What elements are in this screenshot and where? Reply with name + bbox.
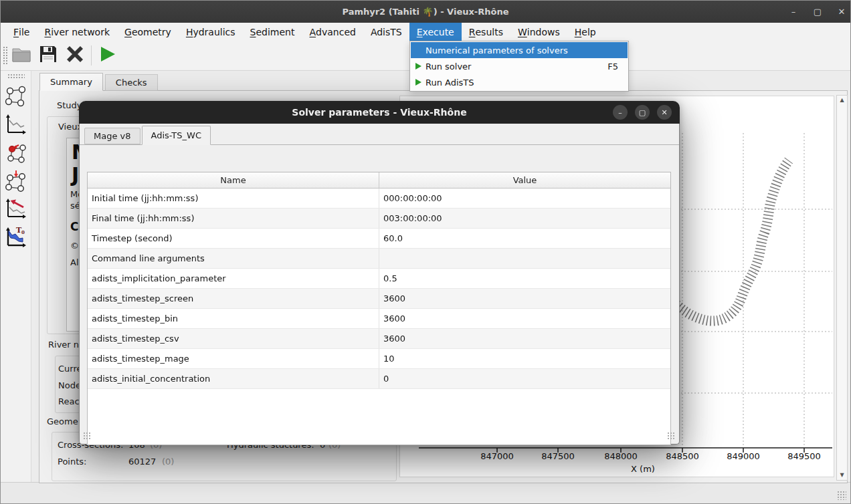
parameters-table: Name Value Initial time (jj:hh:mm:ss)000… — [87, 172, 671, 445]
longitudinal-profile-button[interactable] — [3, 112, 29, 139]
network-insert-button[interactable] — [3, 168, 29, 195]
param-value-cell[interactable] — [379, 249, 670, 268]
maximize-button[interactable]: ▢ — [813, 7, 822, 17]
save-button[interactable] — [35, 43, 62, 68]
param-name-cell[interactable]: adists_implicitation_parameter — [88, 269, 379, 288]
param-name-cell[interactable]: Timestep (second) — [88, 229, 379, 248]
menu-option-label: Run solver — [426, 61, 471, 72]
network-source-node-button[interactable] — [3, 140, 29, 167]
param-name-cell[interactable]: Initial time (jj:hh:mm:ss) — [88, 188, 379, 208]
param-name-cell[interactable]: adists_initial_concentration — [88, 369, 379, 388]
menu-advanced[interactable]: Advanced — [302, 23, 363, 41]
plot-vertical-scrollbar[interactable]: ▲ ▼ — [836, 95, 848, 481]
menu-results[interactable]: Results — [462, 23, 510, 41]
param-value-cell[interactable]: 003:00:00:00 — [379, 209, 670, 228]
study-group-label: Study — [57, 100, 82, 110]
menu-sediment[interactable]: Sediment — [243, 23, 302, 41]
x-tick-label: 848500 — [666, 451, 699, 461]
menu-river-network[interactable]: River network — [37, 23, 117, 41]
window-title: Pamhyr2 (Tahiti 🌴) - Vieux-Rhône — [342, 7, 508, 17]
column-header-name[interactable]: Name — [88, 172, 379, 188]
param-value-cell[interactable]: 000:00:00:00 — [379, 188, 670, 208]
x-tick-label: 849000 — [727, 451, 760, 461]
table-row-adists-timestep-screen: adists_timestep_screen3600 — [88, 289, 670, 309]
table-header: Name Value — [88, 172, 670, 188]
menu-option-run-solver[interactable]: Run solverF5 — [411, 58, 628, 74]
minimize-button[interactable]: – — [789, 7, 798, 17]
table-row-adists-timestep-mage: adists_timestep_mage10 — [88, 349, 670, 369]
param-value-cell[interactable]: 10 — [379, 349, 670, 368]
dialog-body: Mage v8 Adis-TS_WC Name Value Initial ti… — [79, 124, 680, 445]
initial-conditions-t0-icon: T 0 — [4, 225, 28, 251]
run-solver-button[interactable] — [94, 43, 121, 68]
x-tick-label: 849500 — [787, 451, 821, 461]
param-value-cell[interactable]: 0.5 — [379, 269, 670, 288]
dialog-titlebar[interactable]: Solver parameters - Vieux-Rhône – ▢ ✕ — [79, 101, 680, 124]
left-toolbar-drag-handle[interactable] — [7, 74, 25, 79]
geometry-group-label: Geome — [47, 416, 78, 426]
menu-option-numerical-parameters-of-solvers[interactable]: Numerical parameters of solvers — [411, 42, 628, 58]
tab-checks[interactable]: Checks — [105, 74, 158, 91]
x-tick-label: 847000 — [480, 451, 514, 461]
menu-hydraulics[interactable]: Hydraulics — [179, 23, 243, 41]
dialog-resize-grip-left[interactable] — [83, 432, 92, 440]
initial-conditions-t0-button[interactable]: T 0 — [3, 225, 29, 251]
window-controls: – ▢ ✕ — [789, 1, 846, 23]
close-button[interactable]: ✕ — [837, 7, 846, 17]
window-titlebar: Pamhyr2 (Tahiti 🌴) - Vieux-Rhône – ▢ ✕ — [1, 1, 850, 23]
close-model-button[interactable] — [62, 43, 88, 68]
tab-mage-v8[interactable]: Mage v8 — [84, 128, 140, 144]
dialog-maximize-button[interactable]: ▢ — [635, 105, 650, 120]
param-name-cell[interactable]: adists_timestep_screen — [88, 289, 379, 308]
menu-help[interactable]: Help — [567, 23, 603, 41]
open-folder-icon — [11, 45, 31, 66]
table-row-adists-timestep-csv: adists_timestep_csv3600 — [88, 329, 670, 349]
menu-execute[interactable]: Execute — [409, 23, 462, 41]
tab-summary[interactable]: Summary — [39, 73, 103, 91]
pamhyr2-window: { "window": { "title": "Pamhyr2 (Tahiti … — [0, 0, 851, 504]
profile-upstream-arrow-button[interactable] — [3, 197, 29, 223]
param-name-cell[interactable]: adists_timestep_bin — [88, 309, 379, 328]
river-cross-sections-band — [662, 160, 789, 321]
scroll-up-icon[interactable]: ▲ — [840, 96, 844, 105]
left-toolbar: T 0 — [1, 71, 31, 503]
param-name-cell[interactable]: Command line arguments — [88, 249, 379, 268]
stat-points-extra: (0) — [162, 457, 174, 467]
param-value-cell[interactable]: 60.0 — [379, 229, 670, 248]
dialog-minimize-button[interactable]: – — [613, 105, 628, 120]
resize-grip[interactable] — [837, 491, 846, 500]
param-value-cell[interactable]: 3600 — [379, 289, 670, 308]
menu-adists[interactable]: AdisTS — [363, 23, 409, 41]
run-icon — [411, 62, 426, 70]
dialog-close-button[interactable]: ✕ — [657, 105, 672, 120]
param-name-cell[interactable]: adists_timestep_mage — [88, 349, 379, 368]
menu-geometry[interactable]: Geometry — [117, 23, 179, 41]
param-value-cell[interactable]: 3600 — [379, 329, 670, 348]
menu-windows[interactable]: Windows — [510, 23, 567, 41]
menu-file[interactable]: File — [6, 23, 37, 41]
param-value-cell[interactable]: 0 — [379, 369, 670, 388]
param-name-cell[interactable]: Final time (jj:hh:mm:ss) — [88, 209, 379, 228]
close-model-icon — [66, 45, 84, 66]
status-bar — [1, 482, 850, 503]
dialog-tabbar: Mage v8 Adis-TS_WC — [80, 124, 679, 145]
open-folder-button[interactable] — [8, 43, 35, 68]
dialog-resize-grip-right[interactable] — [667, 432, 676, 440]
param-value-cell[interactable]: 3600 — [379, 309, 670, 328]
svg-text:0: 0 — [21, 229, 25, 235]
param-name-cell[interactable]: adists_timestep_csv — [88, 329, 379, 348]
network-insert-icon — [4, 168, 28, 195]
dialog-title: Solver parameters - Vieux-Rhône — [292, 107, 466, 118]
tab-adis-ts-wc[interactable]: Adis-TS_WC — [142, 126, 211, 145]
menu-option-run-adists[interactable]: Run AdisTS — [411, 74, 628, 90]
river-network-button[interactable] — [3, 84, 29, 111]
execute-dropdown-menu: Numerical parameters of solversRun solve… — [409, 41, 629, 92]
run-icon — [411, 78, 426, 86]
column-header-value[interactable]: Value — [379, 172, 670, 188]
menu-option-label: Run AdisTS — [426, 78, 474, 88]
table-row-command-line-arguments: Command line arguments — [88, 249, 670, 269]
toolbar-separator — [91, 45, 92, 66]
scroll-down-icon[interactable]: ▼ — [840, 471, 844, 480]
x-tick-label: 848000 — [604, 451, 638, 461]
toolbar-drag-handle[interactable] — [3, 46, 8, 65]
